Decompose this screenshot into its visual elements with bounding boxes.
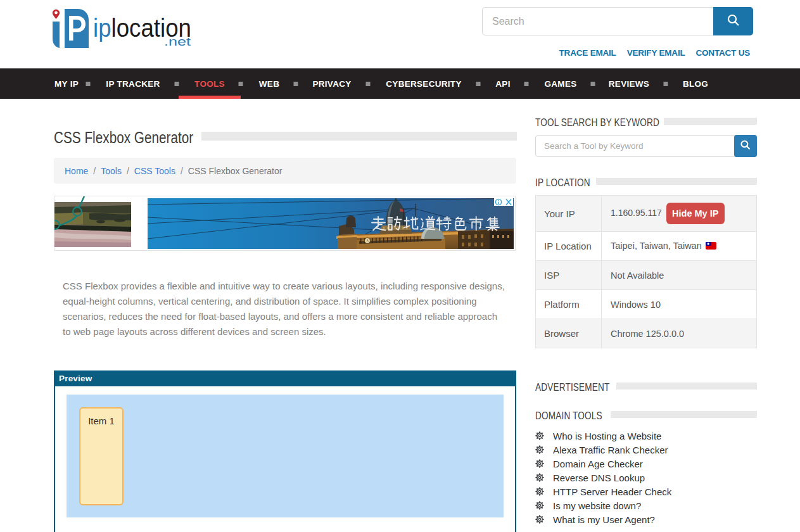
svg-text:.net: .net xyxy=(164,35,191,48)
